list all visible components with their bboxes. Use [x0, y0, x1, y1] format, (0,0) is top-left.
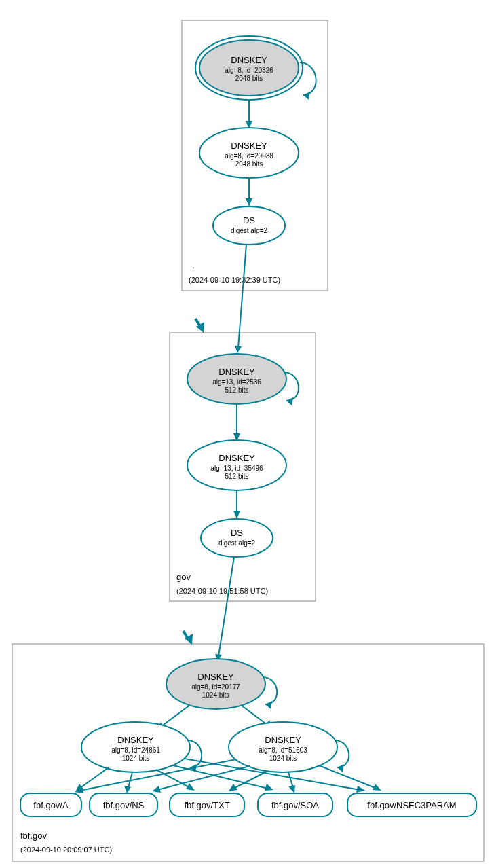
arrowhead-root-ds-gov-k1: [235, 346, 242, 353]
edge-root-ds-gov-k1: [238, 245, 246, 348]
svg-text:DNSKEY: DNSKEY: [218, 367, 255, 377]
svg-text:fbf.gov/TXT: fbf.gov/TXT: [184, 800, 229, 810]
svg-marker-49: [356, 786, 365, 793]
zone-root-label: .: [192, 260, 195, 270]
svg-marker-53: [288, 785, 295, 793]
arrowhead-root-self1: [303, 92, 310, 100]
arrowhead-root-k2-ds: [246, 198, 252, 206]
svg-text:DNSKEY: DNSKEY: [117, 735, 154, 745]
svg-text:fbf.gov/NSEC3PARAM: fbf.gov/NSEC3PARAM: [367, 800, 456, 810]
svg-text:digest alg=2: digest alg=2: [218, 539, 256, 547]
zone-gov-timestamp: (2024-09-10 19:51:58 UTC): [176, 587, 268, 595]
svg-point-9: [213, 206, 285, 245]
record-nsec3param: fbf.gov/NSEC3PARAM: [347, 793, 476, 816]
svg-text:alg=8, id=24861: alg=8, id=24861: [111, 746, 160, 754]
svg-text:alg=8, id=20038: alg=8, id=20038: [225, 152, 273, 160]
node-gov-ds: DS digest alg=2: [201, 519, 273, 557]
svg-text:DS: DS: [243, 215, 255, 225]
arrowhead-gov-k2-ds: [233, 511, 240, 519]
svg-text:DNSKEY: DNSKEY: [231, 55, 267, 65]
svg-text:DS: DS: [231, 528, 243, 538]
svg-text:DNSKEY: DNSKEY: [265, 735, 301, 745]
zone-fbf-timestamp: (2024-09-10 20:09:07 UTC): [20, 846, 112, 854]
svg-marker-51: [152, 786, 161, 793]
svg-marker-46: [124, 786, 131, 793]
svg-text:fbf.gov/NS: fbf.gov/NS: [103, 800, 145, 810]
svg-text:DNSKEY: DNSKEY: [231, 141, 267, 151]
svg-marker-48: [265, 784, 273, 791]
edge-fbf-k1-k2: [161, 705, 190, 727]
svg-marker-47: [186, 783, 195, 791]
svg-text:512 bits: 512 bits: [225, 473, 248, 480]
zone-fbf-label: fbf.gov: [20, 831, 48, 841]
svg-text:1024 bits: 1024 bits: [202, 691, 230, 699]
svg-text:alg=13, id=2536: alg=13, id=2536: [212, 378, 261, 386]
svg-text:DNSKEY: DNSKEY: [218, 453, 255, 463]
svg-text:512 bits: 512 bits: [225, 386, 248, 394]
zone-gov-label: gov: [176, 572, 191, 582]
record-a: fbf.gov/A: [20, 793, 81, 816]
edge-gov-ds-fbf-k1: [218, 557, 234, 656]
svg-text:fbf.gov/SOA: fbf.gov/SOA: [271, 800, 319, 810]
svg-marker-54: [373, 784, 381, 791]
node-root-ds: DS digest alg=2: [213, 206, 285, 245]
record-txt: fbf.gov/TXT: [170, 793, 244, 816]
svg-text:1024 bits: 1024 bits: [122, 755, 150, 762]
svg-point-20: [201, 519, 273, 557]
edge-fbf-k1-k3: [241, 705, 268, 725]
svg-text:alg=8, id=20177: alg=8, id=20177: [191, 683, 240, 691]
svg-text:DNSKEY: DNSKEY: [197, 672, 234, 682]
node-gov-key1: DNSKEY alg=13, id=2536 512 bits: [187, 354, 286, 404]
record-soa: fbf.gov/SOA: [258, 793, 332, 816]
svg-text:fbf.gov/A: fbf.gov/A: [33, 800, 69, 810]
zone-root-timestamp: (2024-09-10 19:32:39 UTC): [189, 276, 280, 284]
node-fbf-key2: DNSKEY alg=8, id=24861 1024 bits: [81, 722, 190, 772]
svg-text:alg=13, id=35496: alg=13, id=35496: [210, 465, 263, 472]
svg-text:2048 bits: 2048 bits: [235, 75, 263, 82]
node-fbf-key3: DNSKEY alg=8, id=51603 1024 bits: [229, 722, 337, 772]
node-gov-key2: DNSKEY alg=13, id=35496 512 bits: [187, 440, 286, 490]
node-fbf-key1: DNSKEY alg=8, id=20177 1024 bits: [166, 659, 265, 709]
svg-text:2048 bits: 2048 bits: [235, 160, 263, 168]
node-root-key2: DNSKEY alg=8, id=20038 2048 bits: [200, 128, 299, 178]
arrowhead-gov-self1: [286, 397, 293, 405]
svg-text:1024 bits: 1024 bits: [269, 755, 297, 762]
node-root-key1: DNSKEY alg=8, id=20326 2048 bits: [195, 36, 303, 100]
record-ns: fbf.gov/NS: [90, 793, 157, 816]
svg-text:digest alg=2: digest alg=2: [231, 227, 268, 234]
svg-text:alg=8, id=20326: alg=8, id=20326: [225, 67, 273, 74]
arrowhead-fbf-self3: [337, 764, 344, 772]
svg-text:alg=8, id=51603: alg=8, id=51603: [259, 746, 307, 754]
arrowhead-fbf-self1: [265, 701, 272, 709]
